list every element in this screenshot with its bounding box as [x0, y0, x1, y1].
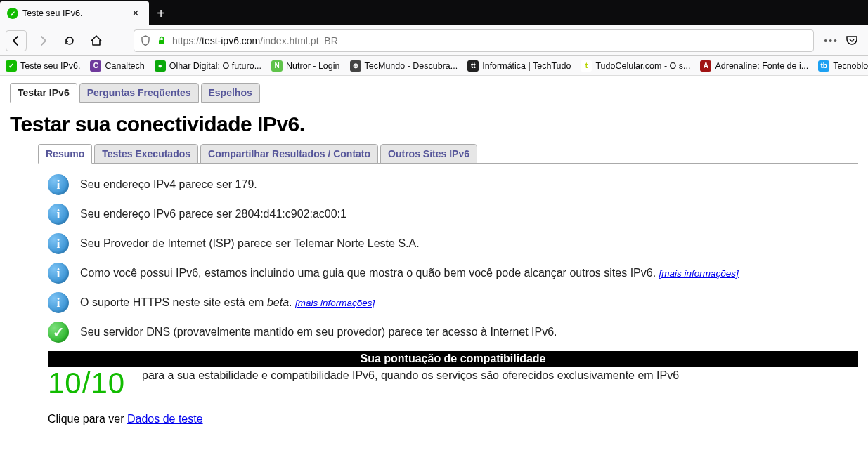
content-tab[interactable]: Compartilhar Resultados / Contato	[200, 144, 378, 164]
bookmark-item[interactable]: CCanaltech	[90, 60, 144, 72]
top-tab[interactable]: Testar IPv6	[10, 83, 77, 103]
bookmark-label: Canaltech	[105, 61, 144, 71]
bookmarks-bar: ✓Teste seu IPv6.CCanaltech●Olhar Digital…	[0, 56, 868, 76]
new-tab-button[interactable]: +	[149, 1, 173, 25]
more-icon[interactable]: •••	[824, 35, 838, 46]
top-tabs: Testar IPv6Perguntas FreqüentesEspelhos	[10, 83, 858, 103]
bookmark-item[interactable]: ttInformática | TechTudo	[467, 60, 571, 72]
result-row: ✓Seu servidor DNS (provavelmente mantido…	[48, 322, 858, 343]
ok-icon: ✓	[48, 322, 69, 343]
content-tab[interactable]: Outros Sites IPv6	[380, 144, 477, 164]
page-content: Testar IPv6Perguntas FreqüentesEspelhos …	[0, 76, 868, 435]
content-tab[interactable]: Testes Executados	[94, 144, 198, 164]
bookmark-item[interactable]: ●Olhar Digital: O futuro...	[155, 60, 261, 72]
bookmark-icon: C	[90, 60, 101, 72]
result-row: iSeu Provedor de Internet (ISP) parece s…	[48, 233, 858, 254]
content-tab[interactable]: Resumo	[38, 144, 92, 164]
score-value: 10/10	[48, 367, 125, 400]
back-button[interactable]	[6, 30, 27, 51]
test-data-link[interactable]: Dados de teste	[127, 413, 203, 425]
svg-rect-0	[159, 40, 164, 44]
results-box: iSeu endereço IPv4 parece ser 179. iSeu …	[38, 163, 858, 426]
url-bar[interactable]: https://test-ipv6.com/index.html.pt_BR	[134, 29, 814, 52]
top-tab[interactable]: Perguntas Freqüentes	[79, 83, 199, 103]
page-title: Testar sua conectividade IPv6.	[10, 112, 858, 136]
bookmark-label: Olhar Digital: O futuro...	[169, 61, 261, 71]
content-tabs: ResumoTestes ExecutadosCompartilhar Resu…	[38, 144, 858, 164]
result-text: Seu endereço IPv4 parece ser 179.	[80, 178, 257, 191]
result-text: Seu Provedor de Internet (ISP) parece se…	[80, 237, 420, 250]
bookmark-item[interactable]: ✓Teste seu IPv6.	[6, 60, 80, 72]
result-row: iO suporte HTTPS neste site está em beta…	[48, 292, 858, 313]
info-icon: i	[48, 204, 69, 225]
result-text: Seu endereço IPv6 parece ser 2804:d41:c9…	[80, 208, 346, 220]
more-info-link[interactable]: [mais informações]	[659, 268, 739, 279]
pocket-icon[interactable]	[846, 34, 858, 47]
bookmark-icon: ⊕	[350, 60, 361, 72]
bookmark-label: Nutror - Login	[286, 61, 339, 71]
info-icon: i	[48, 292, 69, 313]
bookmark-icon: t	[581, 60, 592, 72]
browser-navbar: https://test-ipv6.com/index.html.pt_BR •…	[0, 25, 868, 56]
bookmark-label: Teste seu IPv6.	[20, 61, 80, 71]
url-text: https://test-ipv6.com/index.html.pt_BR	[172, 35, 338, 46]
forward-button[interactable]	[32, 30, 53, 51]
shield-icon	[140, 35, 151, 46]
check-icon	[7, 8, 18, 19]
bookmark-item[interactable]: NNutror - Login	[271, 60, 339, 72]
more-info-link[interactable]: [mais informações]	[295, 298, 375, 308]
bookmark-item[interactable]: tTudoCelular.com - O s...	[581, 60, 690, 72]
result-text: O suporte HTTPS neste site está em beta.…	[80, 296, 375, 309]
browser-tab[interactable]: Teste seu IPv6. ×	[0, 1, 149, 25]
result-row: iSeu endereço IPv4 parece ser 179.	[48, 174, 858, 195]
home-button[interactable]	[86, 30, 107, 51]
bookmark-icon: N	[271, 60, 283, 72]
navbar-right-icons: •••	[820, 34, 862, 47]
bookmark-label: TecMundo - Descubra...	[365, 61, 458, 71]
bookmark-label: Tecnoblog - tecnolo	[833, 61, 868, 71]
result-row: iComo você possui IPv6, estamos incluind…	[48, 263, 858, 284]
close-tab-button[interactable]: ×	[129, 7, 142, 20]
browser-tabbar: Teste seu IPv6. × +	[0, 0, 868, 25]
bookmark-icon: A	[700, 60, 711, 72]
score-description: para a sua estabilidade e compatibilidad…	[142, 367, 679, 382]
info-icon: i	[48, 263, 69, 284]
browser-tab-title: Teste seu IPv6.	[22, 8, 125, 18]
score-row: 10/10 para a sua estabilidade e compatib…	[48, 367, 858, 400]
top-tab[interactable]: Espelhos	[201, 83, 260, 103]
bookmark-item[interactable]: tbTecnoblog - tecnolo	[818, 60, 868, 72]
result-row: iSeu endereço IPv6 parece ser 2804:d41:c…	[48, 204, 858, 225]
bookmark-item[interactable]: ⊕TecMundo - Descubra...	[350, 60, 458, 72]
info-icon: i	[48, 174, 69, 195]
lock-icon	[157, 36, 167, 46]
bookmark-item[interactable]: AAdrenaline: Fonte de i...	[700, 60, 808, 72]
bookmark-label: Adrenaline: Fonte de i...	[715, 61, 808, 71]
info-icon: i	[48, 233, 69, 254]
bookmark-label: Informática | TechTudo	[482, 61, 571, 71]
result-text: Seu servidor DNS (provavelmente mantido …	[80, 326, 557, 338]
bookmark-icon: tb	[818, 60, 829, 72]
score-header: Sua pontuação de compatibilidade	[48, 351, 858, 367]
result-text: Como você possui IPv6, estamos incluindo…	[80, 267, 739, 279]
test-data-line: Clique para ver Dados de teste	[48, 413, 858, 426]
bookmark-icon: tt	[467, 60, 479, 72]
bookmark-icon: ✓	[6, 60, 17, 72]
bookmark-icon: ●	[155, 60, 166, 72]
reload-button[interactable]	[59, 30, 80, 51]
bookmark-label: TudoCelular.com - O s...	[595, 61, 690, 71]
